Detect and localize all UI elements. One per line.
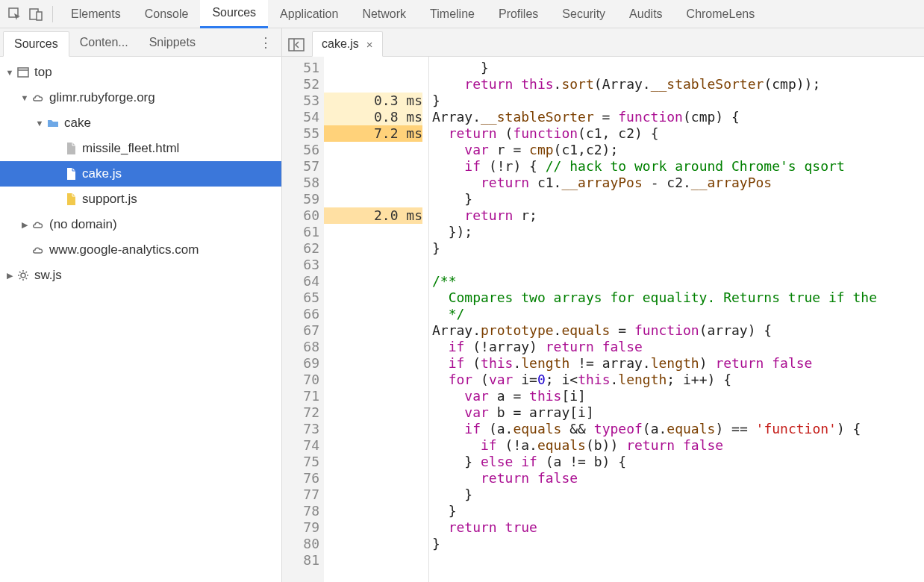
- sidebar-tab-sources[interactable]: Sources: [3, 31, 69, 57]
- file-icon: [63, 167, 79, 181]
- device-toolbar-icon[interactable]: [25, 4, 46, 25]
- panel-tab-network[interactable]: Network: [350, 0, 418, 28]
- tree-google-analytics[interactable]: www.google-analytics.com: [0, 237, 281, 263]
- devtools-top-toolbar: ElementsConsoleSourcesApplicationNetwork…: [0, 0, 924, 28]
- panel-tab-console[interactable]: Console: [133, 0, 201, 28]
- panel-tab-elements[interactable]: Elements: [59, 0, 133, 28]
- file-tree[interactable]: ▼ top ▼ glimr.rubyforge.org ▼ cake: [0, 57, 281, 582]
- svg-point-5: [21, 273, 25, 278]
- svg-rect-3: [18, 68, 28, 77]
- source-content[interactable]: } return this.sort(Array.__stableSorter(…: [429, 57, 924, 582]
- tree-frame-label: top: [34, 65, 52, 80]
- service-worker-icon: [15, 269, 31, 282]
- gutter: 5152535455565758596061626364656667686970…: [282, 57, 429, 582]
- code-editor[interactable]: 5152535455565758596061626364656667686970…: [282, 57, 924, 582]
- sidebar-tabs: SourcesConten...Snippets ⋮: [0, 28, 281, 57]
- devtools-panel-tabs: ElementsConsoleSourcesApplicationNetwork…: [59, 0, 767, 28]
- panel-tab-application[interactable]: Application: [268, 0, 350, 28]
- toggle-navigator-icon[interactable]: [285, 34, 308, 56]
- toolbar-divider: [52, 6, 53, 22]
- file-icon: [63, 142, 79, 155]
- line-timings: 0.3 ms0.8 ms7.2 ms2.0 ms: [324, 57, 428, 582]
- tree-service-worker[interactable]: ▶ sw.js: [0, 263, 281, 288]
- tree-domain[interactable]: ▼ glimr.rubyforge.org: [0, 85, 281, 110]
- panel-tab-audits[interactable]: Audits: [617, 0, 674, 28]
- file-icon: [63, 193, 79, 206]
- tree-file[interactable]: missile_fleet.html: [0, 136, 281, 161]
- tree-folder[interactable]: ▼ cake: [0, 110, 281, 136]
- tree-file[interactable]: cake.js: [0, 161, 281, 187]
- panel-tab-chromelens[interactable]: ChromeLens: [675, 0, 767, 28]
- editor-tab-label: cake.js: [322, 37, 359, 51]
- close-icon[interactable]: ×: [366, 38, 373, 51]
- cloud-icon: [30, 91, 46, 104]
- line-numbers: 5152535455565758596061626364656667686970…: [282, 57, 324, 582]
- svg-rect-2: [37, 12, 42, 20]
- sidebar-overflow-icon[interactable]: ⋮: [259, 34, 274, 51]
- editor-pane: cake.js × 515253545556575859606162636465…: [282, 28, 924, 582]
- main-area: SourcesConten...Snippets ⋮ ▼ top ▼ glimr…: [0, 28, 924, 582]
- folder-icon: [45, 116, 61, 130]
- cloud-icon: [30, 243, 46, 257]
- cloud-icon: [30, 218, 46, 231]
- frame-icon: [15, 66, 31, 79]
- editor-tabs: cake.js ×: [282, 28, 924, 57]
- inspect-element-icon[interactable]: [4, 4, 25, 25]
- panel-tab-timeline[interactable]: Timeline: [418, 0, 487, 28]
- panel-tab-security[interactable]: Security: [550, 0, 617, 28]
- editor-tab-active[interactable]: cake.js ×: [312, 31, 383, 57]
- tree-file[interactable]: support.js: [0, 187, 281, 212]
- sidebar-tab-snippets[interactable]: Snippets: [139, 30, 206, 55]
- panel-tab-profiles[interactable]: Profiles: [487, 0, 550, 28]
- panel-tab-sources[interactable]: Sources: [200, 0, 268, 28]
- tree-domain-label: glimr.rubyforge.org: [49, 90, 155, 105]
- tree-frame-top[interactable]: ▼ top: [0, 60, 281, 85]
- sources-sidebar: SourcesConten...Snippets ⋮ ▼ top ▼ glimr…: [0, 28, 282, 582]
- tree-folder-label: cake: [64, 116, 91, 131]
- sidebar-tab-conten[interactable]: Conten...: [69, 30, 139, 55]
- tree-no-domain[interactable]: ▶ (no domain): [0, 212, 281, 237]
